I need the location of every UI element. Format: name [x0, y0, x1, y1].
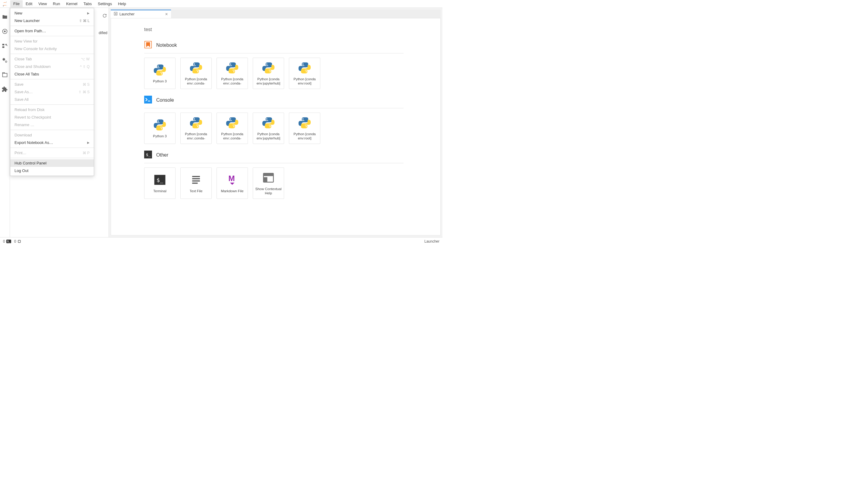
launcher-card[interactable]: Python [conda env:.conda- — [180, 113, 212, 144]
menu-edit[interactable]: Edit — [23, 0, 35, 7]
file-menu-rename: Rename … — [10, 121, 94, 128]
file-menu-download: Download — [10, 131, 94, 139]
card-label: Python [conda env:.conda- — [219, 77, 246, 86]
python-icon — [226, 116, 239, 129]
svg-rect-21 — [192, 178, 200, 179]
settings-icon[interactable] — [2, 57, 8, 63]
python-icon — [189, 61, 203, 74]
status-mode: Launcher — [424, 239, 439, 243]
file-menu-new[interactable]: New▶ — [10, 9, 94, 17]
svg-point-9 — [6, 44, 7, 45]
svg-text:$_: $_ — [157, 177, 163, 183]
menu-view[interactable]: View — [35, 0, 50, 7]
refresh-icon[interactable] — [102, 13, 107, 19]
shortcut: ⌘ P — [83, 151, 90, 155]
card-label: Python [conda env:.conda- — [219, 132, 246, 141]
svg-point-4 — [7, 5, 7, 6]
file-menu-revert-to-checkpoint: Revert to Checkpoint — [10, 114, 94, 121]
python-icon — [153, 118, 166, 131]
divider — [144, 108, 404, 108]
menu-settings[interactable]: Settings — [95, 0, 115, 7]
card-label: Python [conda env:.conda- — [183, 77, 210, 86]
tab-launcher[interactable]: Launcher ✕ — [111, 10, 171, 18]
menu-file[interactable]: File — [10, 0, 23, 7]
status-terminals[interactable]: 0 $_ — [3, 239, 11, 243]
section-header: Notebook — [144, 41, 440, 50]
launcher-card[interactable]: Python 3 — [144, 113, 176, 144]
python-icon — [153, 63, 166, 77]
python-icon — [226, 61, 239, 74]
launcher-section-console: ConsolePython 3Python [conda env:.conda-… — [144, 96, 440, 144]
svg-rect-15 — [144, 96, 152, 103]
terminal-icon: $_ — [144, 151, 152, 159]
launcher-card[interactable]: Text File — [180, 168, 212, 199]
shortcut: ⌥ W — [81, 57, 90, 61]
help-icon — [262, 171, 275, 184]
file-menu-close-tab: Close Tab⌥ W — [10, 55, 94, 63]
launcher-card[interactable]: Python [conda env:jupyterhub] — [253, 113, 284, 144]
launcher-section-other: $_Other$_TerminalText FileMMarkdown File… — [144, 151, 440, 199]
svg-rect-7 — [2, 44, 4, 45]
launcher-card[interactable]: Python [conda env:.conda- — [217, 58, 248, 89]
launch-icon — [114, 12, 118, 17]
file-menu-open-from-path[interactable]: Open from Path… — [10, 27, 94, 35]
menubar: FileEditViewRunKernelTabsSettingsHelp — [0, 0, 442, 8]
main-panel: Launcher ✕ test NotebookPython 3Python [… — [109, 8, 442, 237]
file-menu-export-notebook-as[interactable]: Export Notebook As…▶ — [10, 139, 94, 146]
running-icon[interactable] — [2, 28, 8, 34]
card-label: Python [conda env:.conda- — [183, 132, 210, 141]
folder-icon[interactable] — [2, 14, 8, 20]
card-label: Python 3 — [153, 134, 166, 138]
file-menu-new-launcher[interactable]: New Launcher⇧ ⌘ L — [10, 17, 94, 25]
svg-rect-12 — [3, 73, 7, 77]
extension-icon[interactable] — [2, 86, 8, 92]
python-icon — [262, 61, 275, 74]
svg-rect-22 — [192, 180, 200, 182]
python-icon — [298, 61, 311, 74]
launcher-card[interactable]: Python [conda env:.conda- — [180, 58, 212, 89]
shortcut: ⌘ S — [83, 82, 90, 87]
section-title: Console — [156, 97, 174, 103]
menu-separator — [10, 130, 94, 130]
shortcut: ⇧ ⌘ S — [79, 90, 90, 94]
menu-run[interactable]: Run — [50, 0, 63, 7]
section-title: Other — [156, 152, 168, 158]
menu-separator — [10, 54, 94, 54]
svg-point-3 — [3, 5, 4, 6]
launcher-card[interactable]: $_Terminal — [144, 168, 176, 199]
card-row: Python 3Python [conda env:.conda-Python … — [144, 113, 440, 144]
launcher-card[interactable]: Python [conda env:jupyterhub] — [253, 58, 284, 89]
svg-rect-26 — [264, 173, 274, 176]
launcher-card[interactable]: Python 3 — [144, 58, 176, 89]
launcher-section-notebook: NotebookPython 3Python [conda env:.conda… — [144, 41, 440, 89]
section-header: Console — [144, 96, 440, 104]
menu-help[interactable]: Help — [115, 0, 129, 7]
svg-text:$_: $_ — [146, 152, 151, 157]
python-icon — [189, 116, 203, 129]
card-label: Terminal — [153, 189, 166, 193]
launcher-card[interactable]: MMarkdown File — [217, 168, 248, 199]
status-kernels[interactable]: 0 — [14, 239, 22, 243]
launcher-card[interactable]: Show Contextual Help — [253, 168, 284, 199]
tabs-icon[interactable] — [2, 72, 8, 78]
shortcut: ⇧ ⌘ L — [79, 19, 90, 23]
menu-kernel[interactable]: Kernel — [63, 0, 81, 7]
svg-rect-23 — [192, 183, 197, 184]
file-menu-log-out[interactable]: Log Out — [10, 167, 94, 174]
card-label: Python 3 — [153, 79, 166, 83]
file-menu-hub-control-panel[interactable]: Hub Control Panel — [10, 159, 94, 167]
commands-icon[interactable] — [2, 43, 8, 49]
terminal-lg-icon: $_ — [153, 173, 166, 186]
menu-tabs[interactable]: Tabs — [81, 0, 95, 7]
launcher-card[interactable]: Python [conda env:root] — [289, 113, 320, 144]
file-menu-new-console-for-activity: New Console for Activity — [10, 45, 94, 53]
close-icon[interactable]: ✕ — [165, 12, 168, 16]
tab-bar: Launcher ✕ — [111, 10, 441, 18]
card-label: Show Contextual Help — [255, 187, 282, 196]
section-title: Notebook — [156, 42, 177, 48]
file-menu-close-all-tabs[interactable]: Close All Tabs — [10, 70, 94, 78]
textfile-icon — [189, 173, 203, 186]
launcher-card[interactable]: Python [conda env:.conda- — [217, 113, 248, 144]
launcher-card[interactable]: Python [conda env:root] — [289, 58, 320, 89]
file-menu-close-and-shutdown: Close and Shutdown^ ⇧ Q — [10, 63, 94, 70]
